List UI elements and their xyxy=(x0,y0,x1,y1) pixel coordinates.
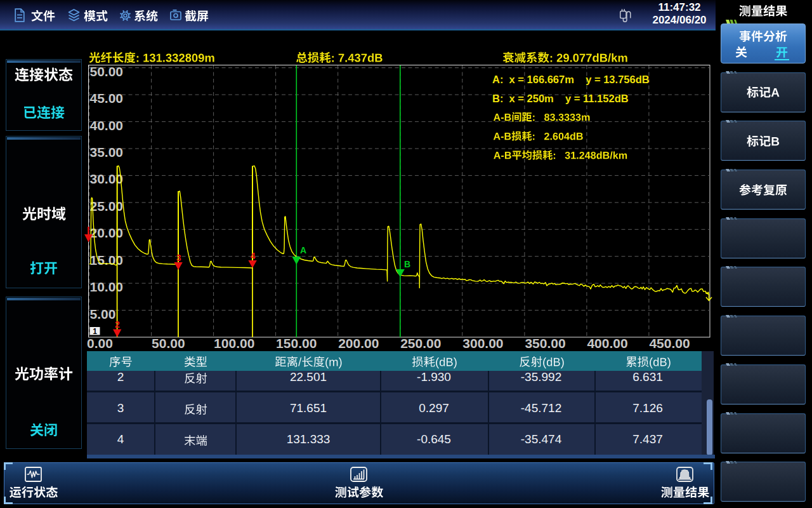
svg-text:400.00: 400.00 xyxy=(587,336,627,351)
svg-text:20.00: 20.00 xyxy=(90,225,124,240)
svg-text:A: x = 166.667m y = 13.756: A: x = 166.667m y = 13.756dB xyxy=(492,74,650,85)
svg-text:300.00: 300.00 xyxy=(462,336,503,351)
svg-text:4: 4 xyxy=(251,251,256,261)
svg-text:150.00: 150.00 xyxy=(276,336,317,351)
svg-text:40.00: 40.00 xyxy=(90,118,124,133)
svg-text:35.00: 35.00 xyxy=(90,145,124,159)
svg-text:50.00: 50.00 xyxy=(152,336,185,351)
svg-text:3: 3 xyxy=(176,253,181,263)
svg-text:45.00: 45.00 xyxy=(90,91,124,105)
svg-text:A: A xyxy=(300,245,306,255)
svg-text:100.00: 100.00 xyxy=(214,336,254,351)
svg-text:0.00: 0.00 xyxy=(87,336,113,351)
svg-text:15.00: 15.00 xyxy=(90,253,124,267)
svg-text:2: 2 xyxy=(115,319,120,330)
svg-text:25.00: 25.00 xyxy=(90,199,124,213)
svg-text:B: B xyxy=(404,259,410,269)
svg-text:30.00: 30.00 xyxy=(90,171,124,186)
svg-text:350.00: 350.00 xyxy=(525,336,565,351)
svg-text:200.00: 200.00 xyxy=(338,336,379,351)
svg-text:5.00: 5.00 xyxy=(90,307,116,321)
svg-text:250.00: 250.00 xyxy=(400,336,441,351)
svg-text:1: 1 xyxy=(93,327,97,336)
svg-text:10.00: 10.00 xyxy=(90,279,124,294)
svg-text:B: x = 250m y = 11.152dB: B: x = 250m y = 11.152dB xyxy=(492,93,629,104)
svg-text:450.00: 450.00 xyxy=(649,336,690,351)
